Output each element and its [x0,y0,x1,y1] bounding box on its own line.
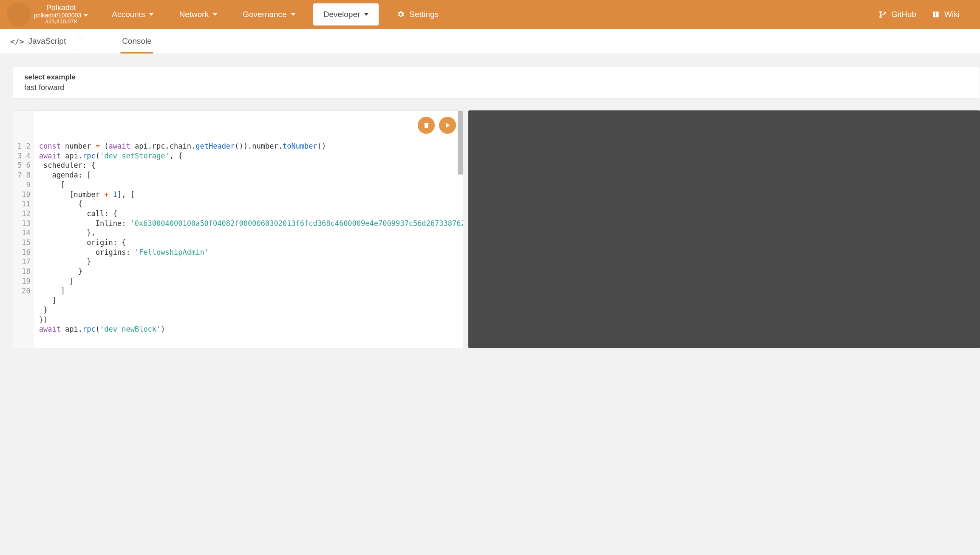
nav-wiki[interactable]: Wiki [924,0,967,29]
svg-point-1 [880,16,881,18]
nav-governance[interactable]: Governance [230,0,308,29]
tab-console[interactable]: Console [120,29,153,54]
gear-icon [397,10,405,19]
chevron-down-icon [213,13,217,16]
example-select-value: fast forward [24,83,969,92]
chevron-down-icon [364,13,368,16]
nav-network[interactable]: Network [166,0,230,29]
svg-point-0 [880,11,881,13]
editor-scrollbar[interactable] [458,111,463,348]
book-icon [932,10,940,19]
chain-logo [7,3,31,26]
output-panel [468,110,980,348]
chain-name: Polkadot [46,4,76,12]
chain-block: #23,310,078 [45,19,77,25]
chevron-down-icon [149,13,153,16]
chain-spec: polkadot/1003003 [34,12,88,19]
breadcrumb-label: JavaScript [28,37,66,46]
chevron-down-icon [84,14,88,17]
editor-actions [418,117,456,134]
svg-point-2 [884,12,886,14]
nav-github[interactable]: GitHub [871,0,924,29]
nav-settings[interactable]: Settings [384,0,451,29]
chain-switcher[interactable]: Polkadot polkadot/1003003 #23,310,078 [0,3,99,26]
example-select[interactable]: select example fast forward [13,67,980,99]
trash-icon [422,121,430,129]
nav-accounts[interactable]: Accounts [99,0,166,29]
page-body: select example fast forward 1 2 3 4 5 6 … [0,54,980,348]
sub-nav: </> JavaScript Console [0,29,980,54]
git-branch-icon [878,10,887,19]
example-select-label: select example [24,73,969,82]
code-editor[interactable]: 1 2 3 4 5 6 7 8 9 10 11 12 13 14 15 16 1… [13,110,463,348]
top-nav: Polkadot polkadot/1003003 #23,310,078 Ac… [0,0,980,29]
workspace: 1 2 3 4 5 6 7 8 9 10 11 12 13 14 15 16 1… [13,110,980,348]
breadcrumb[interactable]: </> JavaScript [10,29,78,54]
line-gutter: 1 2 3 4 5 6 7 8 9 10 11 12 13 14 15 16 1… [13,111,34,348]
run-button[interactable] [439,117,456,134]
clear-button[interactable] [418,117,435,134]
code-icon: </> [10,37,24,46]
chevron-down-icon [291,13,295,16]
play-icon [444,121,451,129]
nav-developer[interactable]: Developer [313,3,379,25]
code-area[interactable]: const number = (await api.rpc.chain.getH… [34,111,463,348]
chain-info: Polkadot polkadot/1003003 #23,310,078 [34,4,88,25]
